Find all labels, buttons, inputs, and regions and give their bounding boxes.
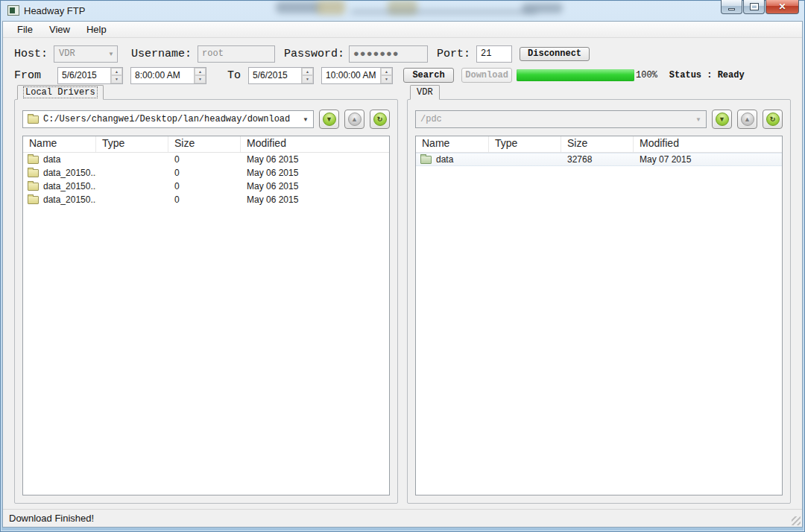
local-refresh-button[interactable]: ↻ xyxy=(370,110,390,129)
spin-down-icon[interactable]: ▼ xyxy=(302,75,313,83)
minimize-button[interactable] xyxy=(721,0,742,14)
client-area: File View Help Host: VDR ▼ Username: roo… xyxy=(2,21,803,528)
file-name: data_20150... xyxy=(43,181,96,191)
upload-arrow-icon: ▲ xyxy=(741,113,754,126)
local-panel: Local Drivers C:/Users/changwei/Desktop/… xyxy=(14,85,398,504)
disconnect-button[interactable]: Disconnect xyxy=(520,47,590,61)
download-arrow-icon: ▼ xyxy=(323,113,336,126)
table-row[interactable]: data_20150... 0 May 06 2015 xyxy=(23,180,389,193)
from-label: From xyxy=(14,69,41,82)
minimize-icon xyxy=(728,8,735,10)
panels-container: Local Drivers C:/Users/changwei/Desktop/… xyxy=(14,85,791,504)
remote-upload-arrow-button[interactable]: ▲ xyxy=(737,110,757,129)
port-field[interactable]: 21 xyxy=(476,45,512,63)
column-header-name[interactable]: Name xyxy=(23,136,96,152)
folder-icon xyxy=(28,183,39,191)
file-modified: May 07 2015 xyxy=(634,154,782,165)
to-date-spinbox[interactable]: 5/6/2015 ▲▼ xyxy=(248,67,314,84)
progress-bar xyxy=(517,69,634,81)
spin-down-icon[interactable]: ▼ xyxy=(195,75,206,83)
remote-path-combobox[interactable]: /pdc ▼ xyxy=(415,110,707,128)
table-row[interactable]: data_20150... 0 May 06 2015 xyxy=(23,166,389,180)
refresh-icon: ↻ xyxy=(373,113,387,126)
to-date-value: 5/6/2015 xyxy=(249,68,301,83)
column-header-size[interactable]: Size xyxy=(168,136,241,152)
menu-help[interactable]: Help xyxy=(78,22,115,37)
folder-icon xyxy=(28,156,39,164)
table-row[interactable]: data 32768 May 07 2015 xyxy=(416,153,782,166)
spin-up-icon[interactable]: ▲ xyxy=(111,68,122,76)
file-size: 0 xyxy=(168,168,241,178)
host-combobox[interactable]: VDR ▼ xyxy=(54,45,118,63)
table-row[interactable]: data 0 May 06 2015 xyxy=(23,153,389,166)
refresh-icon: ↻ xyxy=(766,113,780,126)
window-title: Headway FTP xyxy=(24,5,85,16)
table-row[interactable]: data_20150... 0 May 06 2015 xyxy=(23,193,389,206)
column-header-modified[interactable]: Modified xyxy=(634,136,782,152)
file-modified: May 06 2015 xyxy=(241,194,389,205)
local-upload-arrow-button[interactable]: ▲ xyxy=(344,110,364,129)
tab-vdr-label: VDR xyxy=(417,87,433,98)
maximize-icon xyxy=(751,4,758,10)
local-list-header: Name Type Size Modified xyxy=(23,136,389,153)
folder-icon xyxy=(28,169,39,177)
download-button[interactable]: Download xyxy=(461,68,512,83)
status-text: Status : Ready xyxy=(669,70,745,80)
spin-up-icon[interactable]: ▲ xyxy=(195,68,206,76)
app-icon xyxy=(7,5,19,16)
remote-file-list: Name Type Size Modified data 32768 May 0… xyxy=(415,136,783,495)
chevron-down-icon: ▼ xyxy=(695,116,701,123)
menu-view[interactable]: View xyxy=(41,22,78,37)
username-field[interactable]: root xyxy=(198,45,275,63)
spin-down-icon[interactable]: ▼ xyxy=(111,75,122,83)
to-label: To xyxy=(227,69,241,82)
local-path-combobox[interactable]: C:/Users/changwei/Desktop/lan/headway/do… xyxy=(22,110,314,128)
file-size: 0 xyxy=(168,194,241,205)
file-modified: May 06 2015 xyxy=(241,181,389,191)
menu-file[interactable]: File xyxy=(9,22,41,37)
column-header-type[interactable]: Type xyxy=(96,136,168,152)
file-size: 0 xyxy=(168,181,241,191)
from-date-spinbox[interactable]: 5/6/2015 ▲▼ xyxy=(57,67,123,84)
remote-list-header: Name Type Size Modified xyxy=(416,136,782,153)
local-groupbox: C:/Users/changwei/Desktop/lan/headway/do… xyxy=(14,99,398,504)
folder-icon xyxy=(28,196,39,204)
username-label: Username: xyxy=(131,48,192,60)
filter-toolbar: From 5/6/2015 ▲▼ 8:00:00 AM ▲▼ To 5/6/20… xyxy=(3,65,802,86)
remote-download-arrow-button[interactable]: ▼ xyxy=(712,110,732,129)
column-header-modified[interactable]: Modified xyxy=(241,136,389,152)
folder-icon xyxy=(28,115,39,124)
file-size: 32768 xyxy=(561,154,634,165)
spin-up-icon[interactable]: ▲ xyxy=(381,68,392,76)
column-header-type[interactable]: Type xyxy=(489,136,561,152)
password-field[interactable]: ●●●●●●● xyxy=(349,45,428,63)
resize-grip[interactable] xyxy=(792,516,801,525)
upload-arrow-icon: ▲ xyxy=(348,113,362,126)
from-time-spinbox[interactable]: 8:00:00 AM ▲▼ xyxy=(130,67,206,84)
remote-refresh-button[interactable]: ↻ xyxy=(763,110,783,129)
tab-local-drivers-label: Local Drivers xyxy=(24,87,97,98)
file-name: data xyxy=(43,154,60,165)
close-button[interactable]: ✕ xyxy=(765,0,799,14)
close-icon: ✕ xyxy=(778,1,786,12)
tab-local-drivers[interactable]: Local Drivers xyxy=(17,85,104,100)
local-path-value: C:/Users/changwei/Desktop/lan/headway/do… xyxy=(43,114,298,124)
from-date-value: 5/6/2015 xyxy=(58,68,110,83)
host-label: Host: xyxy=(14,48,48,60)
local-file-list: Name Type Size Modified data 0 May 06 20… xyxy=(22,136,390,495)
maximize-button[interactable] xyxy=(743,0,765,14)
title-bar[interactable]: Headway FTP ✕ xyxy=(0,0,805,21)
folder-icon xyxy=(420,156,432,164)
spin-down-icon[interactable]: ▼ xyxy=(381,75,392,83)
local-download-arrow-button[interactable]: ▼ xyxy=(319,110,339,129)
spin-up-icon[interactable]: ▲ xyxy=(302,68,313,76)
file-modified: May 06 2015 xyxy=(241,168,389,178)
menu-bar: File View Help xyxy=(3,22,802,38)
to-time-spinbox[interactable]: 10:00:00 AM ▲▼ xyxy=(321,67,393,84)
download-arrow-icon: ▼ xyxy=(716,113,729,126)
search-button[interactable]: Search xyxy=(403,68,454,83)
column-header-size[interactable]: Size xyxy=(561,136,634,152)
column-header-name[interactable]: Name xyxy=(416,136,489,152)
connection-toolbar: Host: VDR ▼ Username: root Password: ●●●… xyxy=(3,42,802,65)
tab-vdr[interactable]: VDR xyxy=(410,85,440,100)
